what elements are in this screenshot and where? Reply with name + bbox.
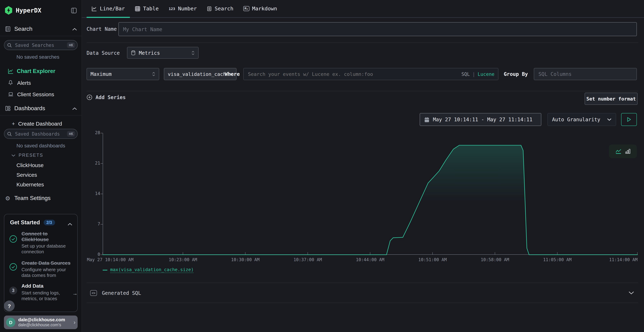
x-axis-tick-label: 10:51:00 AM (418, 257, 447, 262)
legend-series-name: max(visa_validation_cache.size) (110, 267, 194, 273)
set-number-format-label: Set number format (586, 96, 636, 102)
x-axis-tick-label: 10:44:00 AM (356, 257, 384, 262)
tab-label: Line/Bar (100, 6, 125, 12)
preset-services[interactable]: Services (0, 171, 82, 178)
date-range-picker[interactable]: May 27 10:14:11 - May 27 11:14:11 (420, 113, 541, 126)
tab-label: Markdown (252, 6, 277, 12)
preset-label: ClickHouse (16, 162, 44, 168)
granularity-value: Auto Granularity (552, 117, 600, 122)
chevron-up-icon[interactable] (72, 105, 77, 112)
preset-label: Kubernetes (16, 181, 44, 187)
generated-sql-row[interactable]: <> Generated SQL (86, 283, 638, 303)
search-section-label: Search (14, 26, 32, 32)
x-axis-tick-label: 10:58:00 AM (481, 257, 509, 262)
step-subtitle: Configure where your (22, 267, 79, 272)
table-icon (135, 6, 140, 11)
where-search-field[interactable] (247, 71, 461, 77)
sidebar-item-client-sessions[interactable]: Client Sessions (0, 90, 82, 99)
get-started-step[interactable]: Create Data Sources Configure where your… (9, 260, 79, 278)
legend-line-swatch (103, 270, 107, 270)
gear-icon: ⚙ (5, 195, 11, 201)
laptop-icon (8, 91, 14, 97)
chart-type-tabbar: Line/Bar Table 123 Number Search M↓ Ma (82, 0, 644, 18)
granularity-select[interactable]: Auto Granularity (548, 113, 616, 126)
list-icon (207, 6, 212, 11)
tab-number[interactable]: 123 Number (164, 0, 202, 17)
y-axis-tick-label: 21 (82, 161, 100, 166)
database-icon (131, 50, 136, 55)
sidebar-item-chart-explorer[interactable]: Chart Explorer (0, 66, 82, 76)
y-axis-tick-label: 0 (82, 252, 100, 257)
x-axis-tick-label: May 27 10:14:00 AM (87, 257, 134, 262)
shortcut-badge: ⌘K (67, 131, 75, 137)
hyperdx-logo-icon (5, 6, 12, 15)
data-source-select[interactable]: Metrics (127, 47, 198, 59)
chevron-up-icon[interactable] (72, 26, 77, 32)
sidebar-section-dashboards[interactable]: Dashboards (0, 103, 82, 114)
x-axis-labels: May 27 10:14:00 AM10:23:00 AM10:30:00 AM… (103, 257, 638, 263)
tab-table[interactable]: Table (130, 0, 164, 17)
get-started-step[interactable]: 3 Add Data Start sending logs, metrics, … (9, 283, 71, 302)
add-series-button[interactable]: Add Series (86, 94, 126, 100)
timeseries-chart[interactable] (103, 133, 638, 255)
chevron-up-icon[interactable] (68, 221, 72, 227)
aggregation-value: Maximum (90, 71, 112, 77)
tab-label: Search (215, 6, 234, 12)
where-search-input[interactable]: SQL | Lucene (243, 68, 498, 80)
step-title: ClickHouse (22, 236, 75, 242)
run-query-button[interactable] (621, 113, 637, 126)
sidebar-item-team-settings[interactable]: ⚙ Team Settings (0, 193, 82, 203)
chart-legend[interactable]: max(visa_validation_cache.size) (103, 267, 194, 273)
group-by-label: Group By (504, 71, 528, 77)
app-window: HyperDX Search Saved Searches ⌘K No save… (0, 0, 644, 332)
aggregation-select[interactable]: Maximum (86, 68, 159, 80)
tab-markdown[interactable]: M↓ Markdown (238, 0, 282, 17)
preset-kubernetes[interactable]: Kubernetes (0, 180, 82, 188)
sidebar-item-label: Alerts (17, 80, 31, 86)
group-by-input[interactable] (534, 68, 637, 80)
circle-plus-icon (86, 94, 92, 100)
set-number-format-button[interactable]: Set number format (584, 93, 638, 105)
chevron-down-icon (12, 154, 16, 156)
x-axis-tick-label: 11:14:00 AM (609, 257, 638, 262)
preset-clickhouse[interactable]: ClickHouse (0, 161, 82, 169)
create-dashboard-button[interactable]: + Create Dashboard (0, 120, 82, 127)
step-title: Add Data (22, 283, 71, 289)
shortcut-badge: ⌘K (67, 42, 75, 48)
tab-search[interactable]: Search (202, 0, 238, 17)
line-chart-icon (8, 68, 14, 74)
saved-searches-input[interactable]: Saved Searches ⌘K (4, 40, 78, 50)
sql-toggle[interactable]: SQL (461, 71, 470, 77)
saved-dashboards-input[interactable]: Saved Dashboards ⌘K (4, 129, 78, 139)
saved-searches-placeholder: Saved Searches (15, 42, 67, 48)
step-subtitle: Set up your database (22, 243, 75, 249)
data-source-label: Data Source (86, 50, 120, 56)
no-saved-searches-text: No saved searches (16, 54, 60, 60)
user-email: dale@clickhouse.com (18, 317, 74, 322)
chart-name-input[interactable] (118, 22, 637, 36)
chevron-right-icon: › (74, 319, 76, 326)
lucene-toggle[interactable]: Lucene (478, 71, 494, 77)
toggle-separator: | (472, 71, 475, 77)
date-range-value: May 27 10:14:11 - May 27 11:14:11 (433, 117, 532, 122)
calendar-icon (424, 117, 429, 122)
tab-line-bar[interactable]: Line/Bar (86, 0, 130, 17)
user-menu[interactable]: D dale@clickhouse.com dale@clickhouse.co… (4, 316, 78, 329)
sidebar-item-label: Chart Explorer (17, 68, 55, 74)
where-label: Where (225, 71, 240, 77)
search-section-icon (5, 26, 11, 32)
y-axis-tick-label: 7 (82, 222, 100, 226)
sidebar-item-alerts[interactable]: Alerts (0, 78, 82, 87)
x-axis-tick-label: 10:30:00 AM (231, 257, 260, 262)
sidebar: HyperDX Search Saved Searches ⌘K No save… (0, 0, 82, 332)
no-saved-dashboards-text: No saved dashboards (16, 143, 65, 148)
logo-row: HyperDX (0, 4, 82, 17)
presets-toggle[interactable]: PRESETS (0, 152, 82, 159)
sidebar-section-search[interactable]: Search (0, 24, 82, 34)
collapse-sidebar-icon[interactable] (71, 7, 77, 14)
step-subtitle: data comes from (22, 272, 79, 278)
progress-badge: 2/3 (44, 220, 55, 226)
help-button[interactable]: ? (4, 300, 15, 311)
get-started-step[interactable]: Connect to ClickHouse Set up your databa… (9, 231, 75, 255)
chevron-down-icon[interactable] (628, 291, 634, 294)
